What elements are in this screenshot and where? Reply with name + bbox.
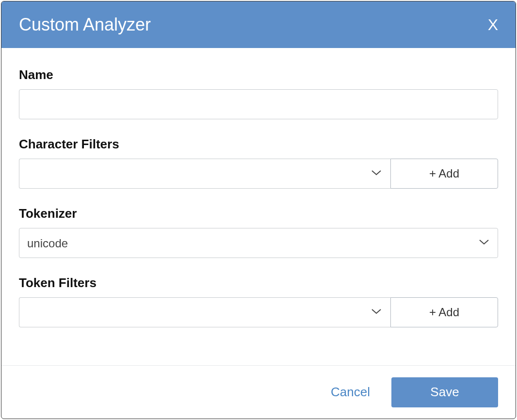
token-filters-select[interactable] bbox=[19, 297, 390, 327]
character-filters-row: + Add bbox=[19, 159, 498, 189]
modal-body: Name Character Filters + Add Tokenizer bbox=[1, 48, 516, 365]
token-filters-group: Token Filters + Add bbox=[19, 275, 498, 327]
modal-title: Custom Analyzer bbox=[19, 15, 151, 35]
name-label: Name bbox=[19, 67, 498, 82]
tokenizer-select-wrapper: unicode bbox=[19, 228, 498, 258]
character-filters-select[interactable] bbox=[19, 159, 390, 189]
cancel-button[interactable]: Cancel bbox=[329, 381, 372, 404]
token-filters-add-button[interactable]: + Add bbox=[390, 297, 498, 327]
custom-analyzer-modal: Custom Analyzer X Name Character Filters bbox=[1, 1, 516, 419]
modal-header: Custom Analyzer X bbox=[1, 1, 516, 48]
save-button[interactable]: Save bbox=[391, 377, 498, 407]
name-input[interactable] bbox=[19, 89, 498, 119]
tokenizer-group: Tokenizer unicode bbox=[19, 206, 498, 258]
token-filters-select-wrapper bbox=[19, 297, 390, 327]
tokenizer-select[interactable]: unicode bbox=[19, 228, 498, 258]
character-filters-group: Character Filters + Add bbox=[19, 137, 498, 189]
modal-footer: Cancel Save bbox=[1, 365, 516, 419]
character-filters-add-button[interactable]: + Add bbox=[390, 159, 498, 189]
token-filters-label: Token Filters bbox=[19, 275, 498, 291]
close-button[interactable]: X bbox=[488, 16, 498, 34]
character-filters-label: Character Filters bbox=[19, 137, 498, 152]
tokenizer-label: Tokenizer bbox=[19, 206, 498, 221]
character-filters-select-wrapper bbox=[19, 159, 390, 189]
token-filters-row: + Add bbox=[19, 297, 498, 327]
name-group: Name bbox=[19, 67, 498, 119]
